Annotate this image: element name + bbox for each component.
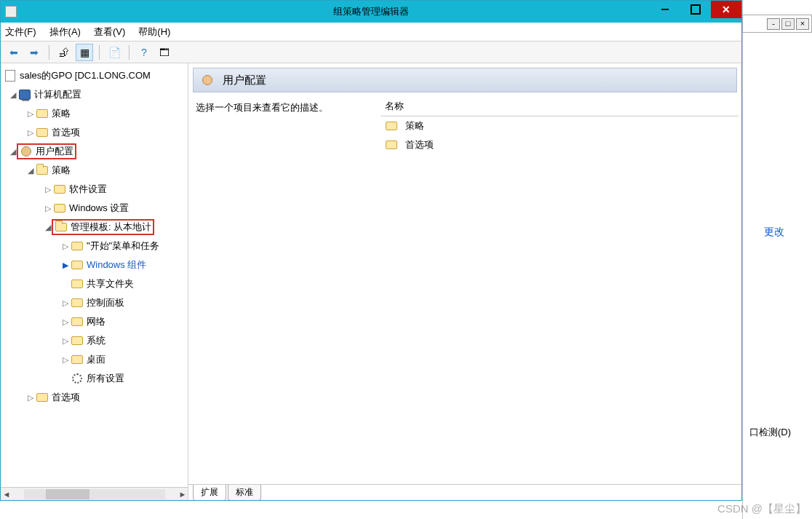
user-icon xyxy=(20,146,33,157)
bg-close-button[interactable]: × xyxy=(796,18,809,30)
folder-icon xyxy=(55,221,68,233)
expand-icon[interactable]: ▷ xyxy=(60,298,71,308)
maximize-button[interactable] xyxy=(680,1,711,18)
list-item-preferences[interactable]: 首选项 xyxy=(381,135,739,154)
bg-change-link[interactable]: 更改 xyxy=(764,226,784,239)
tree-label: Windows 组件 xyxy=(87,258,146,272)
tab-extended[interactable]: 扩展 xyxy=(193,485,226,500)
tree-control-panel[interactable]: ▷ 控制面板 xyxy=(1,293,188,312)
tree-computer-policy[interactable]: ▷ 策略 xyxy=(1,104,188,123)
tree-user-config[interactable]: ◢ 用户配置 xyxy=(1,142,188,161)
content-pane: 用户配置 选择一个项目来查看它的描述。 名称 策略 首选项 扩展 xyxy=(188,63,741,500)
tree-software-settings[interactable]: ▷ 软件设置 xyxy=(1,180,188,199)
tree-horizontal-scrollbar[interactable]: ◄ ► xyxy=(1,487,188,500)
tree-label: 网络 xyxy=(87,315,106,328)
toolbar: ⬅ ➡ ⮵ ▦ 📄 ? 🗔 xyxy=(1,41,741,63)
back-button[interactable]: ⬅ xyxy=(5,44,23,61)
expand-icon[interactable]: ▷ xyxy=(43,204,53,213)
folder-icon xyxy=(71,316,84,328)
tree-windows-settings[interactable]: ▷ Windows 设置 xyxy=(1,199,188,218)
tree-all-settings[interactable]: 所有设置 xyxy=(1,369,188,388)
forward-icon: ➡ xyxy=(30,47,39,58)
tree-computer-config-label: 计算机配置 xyxy=(34,88,81,101)
tree-label: 共享文件夹 xyxy=(87,277,134,290)
tree-label: 策略 xyxy=(52,164,71,177)
content-tabs: 扩展 标准 xyxy=(188,484,741,500)
gear-icon xyxy=(71,373,84,384)
scroll-left-icon[interactable]: ◄ xyxy=(1,490,12,499)
properties-icon: 🗔 xyxy=(159,47,170,58)
tree-label: 控制面板 xyxy=(87,296,124,309)
forward-button[interactable]: ➡ xyxy=(25,44,43,61)
bg-restore-button[interactable]: □ xyxy=(781,18,795,30)
export-icon: 📄 xyxy=(108,47,121,58)
nav-tree[interactable]: sales的GPO [DC1.LONG.COM ◢ 计算机配置 ▷ 策略 ▷ 首… xyxy=(1,63,188,500)
tree-label: 首选项 xyxy=(52,126,80,139)
computer-icon xyxy=(18,89,31,100)
tree-admin-templates[interactable]: ◢ 管理模板: 从本地计 xyxy=(1,218,188,237)
tree-network[interactable]: ▷ 网络 xyxy=(1,312,188,331)
tree-start-menu[interactable]: ▷ "开始"菜单和任务 xyxy=(1,237,188,255)
scroll-track[interactable] xyxy=(24,489,165,499)
content-heading: 用户配置 xyxy=(223,74,266,87)
expand-icon[interactable]: ▷ xyxy=(60,317,71,327)
menu-view[interactable]: 查看(V) xyxy=(94,25,125,39)
folder-icon xyxy=(71,335,84,346)
menu-help[interactable]: 帮助(H) xyxy=(138,25,170,39)
folder-icon xyxy=(71,354,84,365)
tree-system[interactable]: ▷ 系统 xyxy=(1,331,188,350)
expand-icon[interactable]: ▷ xyxy=(60,336,71,346)
list-item-policy[interactable]: 策略 xyxy=(381,116,739,135)
properties-button[interactable]: 🗔 xyxy=(156,44,173,61)
expand-icon[interactable]: ▷ xyxy=(25,128,36,138)
tree-computer-preferences[interactable]: ▷ 首选项 xyxy=(1,123,188,142)
expand-icon[interactable]: ▶ xyxy=(60,261,71,270)
tree-label: 管理模板: 从本地计 xyxy=(71,221,151,234)
tree-user-preferences[interactable]: ▷ 首选项 xyxy=(1,388,188,407)
tree-label: 桌面 xyxy=(87,353,106,366)
toolbar-separator xyxy=(49,45,49,60)
close-button[interactable]: ✕ xyxy=(711,1,741,18)
menu-action[interactable]: 操作(A) xyxy=(49,25,81,39)
up-button[interactable]: ⮵ xyxy=(55,44,73,61)
collapse-icon[interactable]: ◢ xyxy=(25,166,36,175)
folder-icon xyxy=(71,278,84,290)
tree-user-config-label: 用户配置 xyxy=(36,145,73,158)
titlebar[interactable]: 组策略管理编辑器 ✕ xyxy=(1,1,741,23)
help-button[interactable]: ? xyxy=(135,44,153,61)
folder-icon xyxy=(53,183,66,195)
expand-icon[interactable]: ▷ xyxy=(43,185,53,194)
document-icon xyxy=(4,70,17,82)
content-list[interactable]: 名称 策略 首选项 xyxy=(378,92,741,484)
expand-icon[interactable]: ▷ xyxy=(60,355,71,365)
expand-icon[interactable]: ▷ xyxy=(25,109,36,119)
expand-icon[interactable]: ▷ xyxy=(25,393,36,403)
show-pane-button[interactable]: ▦ xyxy=(76,44,93,61)
menu-file[interactable]: 文件(F) xyxy=(5,25,36,39)
tree-desktop[interactable]: ▷ 桌面 xyxy=(1,350,188,369)
export-button[interactable]: 📄 xyxy=(106,44,123,61)
tree-label: 软件设置 xyxy=(69,183,107,196)
folder-icon xyxy=(71,297,84,309)
watermark: CSDN @【星尘】 xyxy=(717,502,806,516)
tree-root[interactable]: sales的GPO [DC1.LONG.COM xyxy=(1,66,188,85)
tree-computer-config[interactable]: ◢ 计算机配置 xyxy=(1,85,188,104)
tree-user-policy[interactable]: ◢ 策略 xyxy=(1,161,188,180)
minimize-button[interactable] xyxy=(650,1,680,18)
tree-windows-components[interactable]: ▶ Windows 组件 xyxy=(1,255,188,274)
folder-icon xyxy=(53,202,66,214)
tree-shared-folders[interactable]: 共享文件夹 xyxy=(1,274,188,293)
scroll-right-icon[interactable]: ► xyxy=(177,490,188,499)
folder-icon xyxy=(36,392,49,403)
user-icon xyxy=(201,74,214,86)
up-icon: ⮵ xyxy=(59,47,69,58)
scroll-thumb[interactable] xyxy=(46,489,89,499)
help-icon: ? xyxy=(141,47,147,58)
expand-icon[interactable]: ▷ xyxy=(60,242,71,251)
collapse-icon[interactable]: ◢ xyxy=(8,90,18,100)
menubar: 文件(F) 操作(A) 查看(V) 帮助(H) xyxy=(1,23,741,41)
bg-minimize-button[interactable]: - xyxy=(767,18,780,30)
column-header-name[interactable]: 名称 xyxy=(381,97,739,116)
tab-standard[interactable]: 标准 xyxy=(228,485,261,500)
show-icon: ▦ xyxy=(80,47,89,58)
